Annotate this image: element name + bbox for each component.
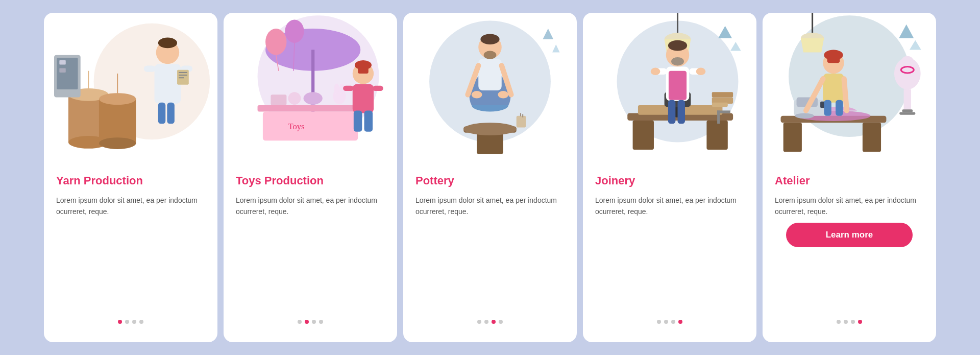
svg-rect-123	[902, 109, 913, 112]
svg-rect-46	[343, 86, 354, 91]
svg-rect-33	[258, 105, 363, 111]
dot-1	[657, 320, 661, 324]
svg-rect-118	[836, 100, 843, 116]
svg-point-39	[334, 84, 339, 94]
svg-point-36	[288, 92, 301, 105]
svg-marker-72	[730, 42, 741, 51]
dot-indicators-yarn	[56, 314, 205, 324]
svg-marker-71	[718, 26, 732, 38]
dot-4	[499, 320, 503, 324]
svg-marker-100	[899, 25, 914, 38]
dot-1	[837, 320, 841, 324]
svg-point-93	[671, 57, 684, 66]
illustration-yarn	[44, 13, 217, 166]
card-atelier: Atelier Lorem ipsum dolor sit amet, ea p…	[763, 13, 936, 342]
illustration-pottery	[403, 13, 577, 166]
card-content-joinery: Joinery Lorem ipsum dolor sit amet, ea p…	[583, 166, 756, 332]
card-yarn-production: Yarn Production Lorem ipsum dolor sit am…	[44, 13, 217, 342]
dot-1	[477, 320, 481, 324]
illustration-toys: Toys	[224, 13, 397, 166]
svg-rect-44	[354, 110, 362, 131]
svg-point-88	[651, 68, 660, 75]
svg-point-89	[696, 68, 706, 75]
svg-rect-18	[179, 72, 187, 73]
card-content-pottery: Pottery Lorem ipsum dolor sit amet, ea p…	[403, 166, 577, 332]
svg-rect-96	[712, 103, 728, 107]
dot-3	[671, 320, 675, 324]
svg-rect-21	[158, 103, 165, 124]
svg-rect-124	[899, 112, 915, 114]
dot-2	[125, 320, 129, 324]
dot-2	[305, 320, 309, 324]
svg-rect-90	[668, 100, 675, 124]
learn-more-button[interactable]: Learn more	[786, 223, 913, 247]
svg-rect-35	[271, 94, 286, 105]
card-title-yarn: Yarn Production	[56, 174, 205, 187]
svg-rect-66	[517, 116, 526, 128]
svg-rect-14	[155, 64, 181, 104]
dot-3	[132, 320, 136, 324]
dot-3	[851, 320, 855, 324]
svg-point-65	[484, 51, 497, 59]
svg-rect-20	[179, 77, 184, 78]
svg-point-23	[158, 38, 177, 49]
svg-rect-117	[824, 100, 831, 116]
dot-1	[298, 320, 302, 324]
svg-rect-19	[179, 75, 187, 76]
svg-rect-61	[478, 59, 502, 90]
card-desc-joinery: Lorem ipsum dolor sit amet, ea per indoc…	[595, 195, 744, 218]
svg-point-126	[902, 56, 913, 62]
card-title-pottery: Pottery	[415, 174, 565, 187]
svg-point-8	[99, 137, 136, 149]
svg-point-59	[498, 91, 509, 98]
svg-point-55	[463, 123, 516, 135]
dot-2	[844, 320, 848, 324]
dot-1	[118, 320, 122, 324]
svg-rect-43	[353, 84, 374, 113]
card-desc-pottery: Lorem ipsum dolor sit amet, ea per indoc…	[415, 195, 565, 218]
dot-indicators-atelier	[775, 314, 924, 324]
card-toys-production: Toys Toys Production Lorem ipsum dolor s…	[224, 13, 397, 342]
svg-rect-54	[477, 133, 503, 154]
svg-rect-107	[863, 123, 881, 152]
card-pottery: Pottery Lorem ipsum dolor sit amet, ea p…	[403, 13, 577, 342]
svg-rect-114	[823, 74, 844, 103]
card-content-toys: Toys Production Lorem ipsum dolor sit am…	[224, 166, 397, 332]
svg-rect-91	[678, 100, 685, 124]
svg-rect-122	[904, 89, 911, 110]
svg-rect-11	[59, 60, 65, 64]
svg-marker-101	[910, 40, 921, 50]
card-desc-yarn: Lorem ipsum dolor sit amet, ea per indoc…	[56, 195, 205, 218]
svg-rect-12	[59, 68, 65, 73]
card-title-atelier: Atelier	[775, 174, 924, 187]
dot-2	[664, 320, 668, 324]
svg-rect-34	[263, 111, 358, 140]
svg-rect-15	[144, 65, 156, 72]
dot-2	[484, 320, 488, 324]
card-joinery: Joinery Lorem ipsum dolor sit amet, ea p…	[583, 13, 756, 342]
card-content-atelier: Atelier Lorem ipsum dolor sit amet, ea p…	[763, 166, 936, 332]
dot-indicators-pottery	[415, 314, 565, 324]
card-title-joinery: Joinery	[595, 174, 744, 187]
svg-marker-104	[801, 38, 824, 53]
svg-point-92	[668, 40, 687, 51]
svg-point-58	[472, 91, 482, 98]
svg-line-116	[844, 79, 847, 110]
card-content-yarn: Yarn Production Lorem ipsum dolor sit am…	[44, 166, 217, 332]
dot-4	[858, 320, 862, 324]
svg-point-112	[795, 113, 814, 119]
card-desc-toys: Lorem ipsum dolor sit amet, ea per indoc…	[236, 195, 385, 218]
dot-indicators-joinery	[595, 314, 744, 324]
dot-3	[492, 320, 496, 324]
svg-rect-45	[364, 110, 373, 131]
svg-point-31	[285, 19, 304, 43]
illustration-joinery	[583, 13, 756, 166]
card-desc-atelier: Lorem ipsum dolor sit amet, ea per indoc…	[775, 195, 924, 218]
svg-rect-77	[633, 121, 654, 150]
svg-marker-52	[552, 44, 559, 53]
svg-rect-47	[373, 86, 383, 91]
svg-point-64	[480, 34, 499, 44]
cards-container: Yarn Production Lorem ipsum dolor sit am…	[0, 0, 980, 355]
svg-rect-95	[712, 92, 733, 97]
dot-4	[139, 320, 143, 324]
